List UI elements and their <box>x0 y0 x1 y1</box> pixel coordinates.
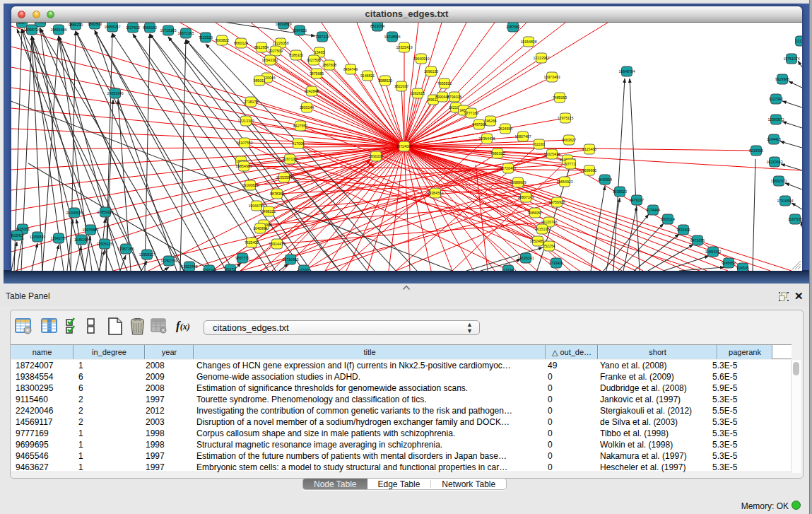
svg-text:20206535: 20206535 <box>66 211 82 215</box>
svg-text:7485063: 7485063 <box>553 95 567 100</box>
svg-text:9227342: 9227342 <box>769 97 783 101</box>
svg-text:9327509: 9327509 <box>269 49 283 53</box>
svg-text:8471676: 8471676 <box>690 238 705 243</box>
svg-text:7986322: 7986322 <box>490 151 505 156</box>
svg-text:19654923: 19654923 <box>556 180 572 184</box>
svg-text:15692971: 15692971 <box>770 179 787 183</box>
svg-text:10655267: 10655267 <box>104 25 120 29</box>
svg-text:8813054: 8813054 <box>370 24 384 28</box>
svg-text:15716485: 15716485 <box>282 257 298 262</box>
svg-text:17957265: 17957265 <box>117 247 134 251</box>
svg-text:16107552: 16107552 <box>236 141 252 145</box>
svg-text:8660124: 8660124 <box>234 41 248 45</box>
svg-text:9174444: 9174444 <box>646 208 660 212</box>
svg-text:10973493: 10973493 <box>543 75 560 79</box>
svg-text:12213309: 12213309 <box>237 119 254 123</box>
svg-text:6966160: 6966160 <box>143 25 157 30</box>
svg-text:8938923: 8938923 <box>613 189 627 194</box>
svg-text:1167535: 1167535 <box>788 217 802 221</box>
svg-text:6497568: 6497568 <box>472 122 486 127</box>
svg-text:3624554: 3624554 <box>498 127 512 131</box>
svg-text:17859928: 17859928 <box>97 210 113 214</box>
svg-text:2867608: 2867608 <box>322 63 336 67</box>
svg-text:10719185: 10719185 <box>160 28 176 33</box>
svg-text:19218506: 19218506 <box>384 35 400 39</box>
svg-text:29053346: 29053346 <box>107 91 123 95</box>
svg-text:1640994: 1640994 <box>253 226 267 230</box>
svg-text:2935114: 2935114 <box>661 217 675 221</box>
svg-text:16210643: 16210643 <box>766 160 782 164</box>
svg-text:15720407: 15720407 <box>500 166 516 170</box>
svg-text:16033809: 16033809 <box>275 23 291 26</box>
svg-text:9463627: 9463627 <box>562 138 576 142</box>
svg-text:7832621: 7832621 <box>676 228 690 232</box>
svg-text:11353594: 11353594 <box>276 175 293 180</box>
svg-text:14055724: 14055724 <box>23 28 40 32</box>
svg-text:19046786: 19046786 <box>248 204 264 208</box>
svg-text:1527602: 1527602 <box>126 25 140 30</box>
svg-text:19166825: 19166825 <box>242 183 258 187</box>
svg-text:12975115: 12975115 <box>558 116 574 120</box>
svg-text:989011: 989011 <box>254 78 266 83</box>
svg-text:1733426: 1733426 <box>549 261 563 265</box>
svg-text:12923448: 12923448 <box>181 264 197 269</box>
svg-text:20691406: 20691406 <box>50 28 66 32</box>
svg-text:9327508: 9327508 <box>307 58 321 62</box>
svg-text:8454749: 8454749 <box>343 67 358 71</box>
svg-text:7515526: 7515526 <box>199 35 213 40</box>
svg-text:7663822: 7663822 <box>215 38 229 42</box>
svg-text:20364436: 20364436 <box>478 136 495 141</box>
svg-text:1696133: 1696133 <box>424 69 438 74</box>
svg-text:6479197: 6479197 <box>630 198 644 202</box>
svg-text:17334: 17334 <box>503 268 514 271</box>
svg-text:13226058: 13226058 <box>272 41 288 45</box>
svg-text:7955812: 7955812 <box>437 81 452 86</box>
svg-text:6794028: 6794028 <box>447 95 461 99</box>
svg-text:10025438: 10025438 <box>543 152 560 156</box>
svg-text:9146821: 9146821 <box>360 74 375 78</box>
svg-text:15751074: 15751074 <box>783 57 799 61</box>
svg-text:97771: 97771 <box>565 162 576 166</box>
svg-text:18724007: 18724007 <box>396 144 412 148</box>
svg-text:16648784: 16648784 <box>618 69 635 74</box>
svg-text:8427552: 8427552 <box>293 124 307 128</box>
svg-text:16914479: 16914479 <box>269 242 285 246</box>
svg-text:9329966: 9329966 <box>775 77 789 81</box>
svg-text:10688609: 10688609 <box>510 180 526 185</box>
svg-text:924505: 924505 <box>736 266 748 270</box>
svg-text:17016504: 17016504 <box>777 199 793 203</box>
svg-text:12505135: 12505135 <box>96 242 112 246</box>
svg-text:19854989: 19854989 <box>235 164 252 168</box>
svg-text:1362615: 1362615 <box>411 91 425 95</box>
svg-text:417006: 417006 <box>292 141 304 146</box>
svg-text:1860503: 1860503 <box>88 23 102 26</box>
svg-text:24055: 24055 <box>35 23 46 24</box>
svg-text:10654112: 10654112 <box>705 250 722 254</box>
svg-text:9886230: 9886230 <box>69 23 83 27</box>
svg-text:16782759: 16782759 <box>160 259 177 263</box>
svg-text:19756928: 19756928 <box>548 200 565 204</box>
svg-text:2803144: 2803144 <box>300 105 314 110</box>
svg-text:9242848: 9242848 <box>305 89 319 93</box>
svg-text:8215955: 8215955 <box>749 148 763 153</box>
svg-text:96272: 96272 <box>225 267 236 271</box>
svg-text:3267130: 3267130 <box>283 157 297 161</box>
svg-text:1640954: 1640954 <box>598 177 612 182</box>
svg-text:16120746: 16120746 <box>541 220 557 224</box>
svg-text:9115460: 9115460 <box>582 147 596 151</box>
svg-text:1615132: 1615132 <box>535 227 549 231</box>
svg-text:62160: 62160 <box>534 142 545 146</box>
svg-text:16543382: 16543382 <box>261 58 278 62</box>
svg-text:2830203: 2830203 <box>369 154 383 158</box>
svg-text:13958117: 13958117 <box>139 252 155 257</box>
svg-text:8912954: 8912954 <box>254 45 269 49</box>
svg-text:12093872: 12093872 <box>767 117 784 122</box>
svg-text:12213967: 12213967 <box>533 56 549 60</box>
svg-text:18807249: 18807249 <box>517 195 534 199</box>
svg-text:16671365: 16671365 <box>177 31 194 35</box>
svg-text:11533: 11533 <box>299 268 309 271</box>
svg-text:18524851: 18524851 <box>529 239 546 243</box>
svg-text:3915417: 3915417 <box>11 233 24 238</box>
svg-text:14136141: 14136141 <box>517 256 534 260</box>
svg-text:9245652: 9245652 <box>722 261 736 265</box>
